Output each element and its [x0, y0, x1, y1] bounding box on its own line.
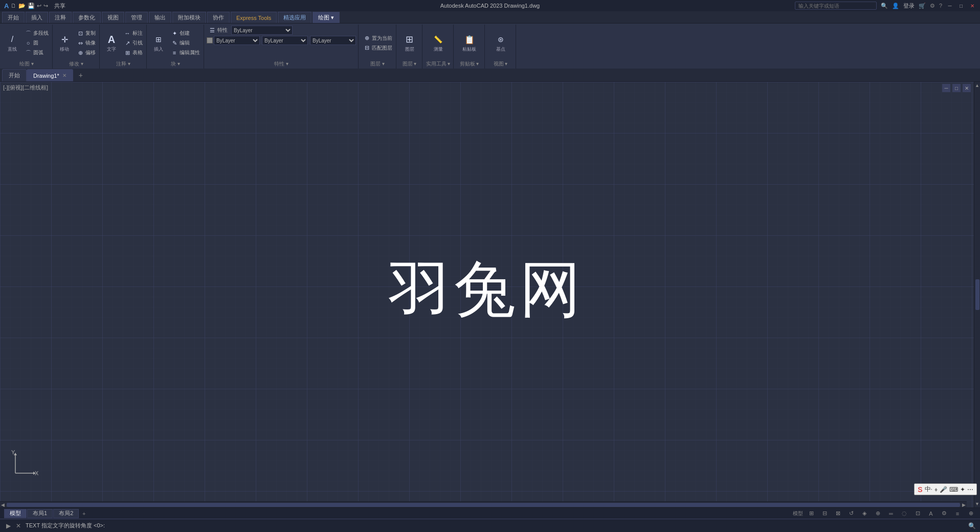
- btn-copy[interactable]: ⊡ 复制: [75, 29, 97, 38]
- open-icon[interactable]: 📂: [18, 3, 26, 9]
- btn-line[interactable]: / 直线: [3, 32, 21, 54]
- ortho-toggle[interactable]: ⊠: [833, 509, 843, 518]
- tab-view[interactable]: 视图: [102, 12, 124, 23]
- workspace-btn[interactable]: ⚙: [939, 509, 949, 518]
- cmd-search-icon[interactable]: 🔍: [968, 522, 976, 529]
- annotation-toggle[interactable]: A: [926, 509, 936, 518]
- tab-express[interactable]: Express Tools: [231, 12, 277, 23]
- help-icon[interactable]: ?: [939, 3, 942, 9]
- grid-toggle[interactable]: ⊞: [806, 509, 816, 518]
- tab-add-button[interactable]: +: [75, 70, 86, 81]
- osnap-toggle[interactable]: ◈: [859, 509, 870, 518]
- file-icon[interactable]: 🗋: [11, 3, 16, 9]
- color-select[interactable]: ByLayer: [214, 36, 260, 45]
- vscroll-down[interactable]: ▼: [975, 501, 979, 506]
- btn-table[interactable]: ⊞ 表格: [122, 48, 144, 57]
- snap-toggle[interactable]: ⊟: [819, 509, 830, 518]
- ime-mic[interactable]: 🎤: [940, 486, 947, 493]
- tab-layout1[interactable]: 布局1: [27, 509, 53, 518]
- zoom-in[interactable]: ⊕: [966, 509, 976, 518]
- btn-offset[interactable]: ⊕ 偏移: [75, 48, 97, 57]
- tab-output[interactable]: 输出: [149, 12, 171, 23]
- tab-start[interactable]: 开始: [2, 69, 27, 81]
- btn-circle[interactable]: ○ 圆: [23, 38, 50, 48]
- tab-featured[interactable]: 精选应用: [278, 12, 311, 23]
- tab-layout2[interactable]: 布局2: [53, 509, 79, 518]
- btn-edit-block[interactable]: ✎ 编辑: [169, 38, 202, 48]
- tab-insert[interactable]: 插入: [26, 12, 48, 23]
- btn-properties[interactable]: ☰ 特性: [207, 26, 229, 35]
- vscroll[interactable]: ▲ ▼: [974, 82, 980, 507]
- vp-close[interactable]: ✕: [963, 84, 971, 92]
- btn-move[interactable]: ✛ 移动: [55, 32, 74, 54]
- btn-paste[interactable]: 📋 粘贴板: [460, 32, 479, 54]
- ime-keyboard[interactable]: ⌨: [949, 486, 958, 493]
- minimize-button[interactable]: ─: [946, 2, 953, 9]
- btn-insert-block[interactable]: ⊞ 插入: [149, 32, 168, 54]
- hscroll[interactable]: ◀ ▶: [0, 501, 967, 507]
- polar-toggle[interactable]: ↺: [846, 509, 856, 518]
- select-toggle[interactable]: ⊡: [912, 509, 923, 518]
- tab-manage[interactable]: 管理: [125, 12, 148, 23]
- tab-drawing1[interactable]: Drawing1* ✕: [27, 69, 73, 81]
- lineweight-toggle[interactable]: ═: [886, 509, 896, 518]
- btn-arc[interactable]: ⌒ 圆弧: [23, 48, 50, 57]
- btn-mirror[interactable]: ⇔ 镜像: [75, 38, 97, 48]
- tab-home[interactable]: 开始: [2, 12, 25, 23]
- cart-icon[interactable]: 🛒: [919, 3, 926, 9]
- ime-more[interactable]: ⋯: [967, 486, 973, 493]
- ime-settings[interactable]: ✦: [960, 486, 965, 493]
- hscroll-thumb[interactable]: [7, 503, 960, 507]
- ime-logo[interactable]: S: [918, 485, 922, 494]
- tab-addmodule[interactable]: 附加模块: [172, 12, 206, 23]
- tab-annotate[interactable]: 注释: [49, 12, 72, 23]
- lineweight-select[interactable]: ByLayer: [310, 36, 356, 45]
- close-button[interactable]: ✕: [969, 2, 976, 9]
- tab-collaborate[interactable]: 协作: [207, 12, 230, 23]
- settings-icon[interactable]: ⚙: [930, 3, 935, 9]
- restore-button[interactable]: □: [957, 2, 965, 9]
- tab-drawing1-close[interactable]: ✕: [62, 73, 66, 78]
- btn-create-block[interactable]: ✦ 创建: [169, 29, 202, 38]
- tab-model[interactable]: 模型: [4, 509, 27, 518]
- btn-block-attr[interactable]: ≡ 编辑属性: [169, 48, 202, 57]
- cmd-arrow-icon[interactable]: ▶: [4, 522, 12, 529]
- tab-draw[interactable]: 绘图 ▾: [313, 12, 340, 23]
- btn-layer-match[interactable]: ⊟ 匹配图层: [361, 43, 394, 53]
- linetype-select[interactable]: ByLayer: [262, 36, 308, 45]
- btn-layer-panel[interactable]: ⊞ 图层: [400, 32, 419, 54]
- login-button[interactable]: 登录: [903, 2, 915, 10]
- viewport[interactable]: [-][俯视][二维线框] ─ □ ✕ 羽兔网 X Y ◀ ▶: [0, 82, 974, 507]
- btn-text[interactable]: A 文字: [102, 32, 121, 54]
- search-icon[interactable]: 🔍: [881, 3, 888, 9]
- tab-add-layout[interactable]: +: [79, 509, 88, 518]
- vscroll-thumb[interactable]: [975, 279, 979, 310]
- otrack-toggle[interactable]: ⊕: [873, 509, 883, 518]
- btn-measure[interactable]: 📏 测量: [429, 32, 448, 54]
- save-icon[interactable]: 💾: [28, 3, 35, 9]
- btn-leader[interactable]: ↗ 引线: [122, 38, 144, 48]
- share-button[interactable]: 共享: [54, 2, 65, 10]
- tab-parametric[interactable]: 参数化: [73, 12, 101, 23]
- ui-toggle[interactable]: ≡: [952, 509, 963, 518]
- undo-icon[interactable]: ↩: [37, 3, 41, 9]
- btn-match-prop[interactable]: ⊕ 置为当前: [361, 34, 394, 43]
- ime-dot[interactable]: ♦: [934, 486, 938, 493]
- cmd-input[interactable]: [108, 523, 965, 529]
- app-logo[interactable]: A: [4, 2, 9, 10]
- transparency-toggle[interactable]: ◌: [899, 509, 909, 518]
- btn-polyline[interactable]: ⌒ 多段线: [23, 29, 50, 38]
- user-icon[interactable]: 👤: [892, 3, 899, 9]
- vp-minimize[interactable]: ─: [942, 84, 950, 92]
- hscroll-right[interactable]: ▶: [962, 502, 966, 507]
- hscroll-left[interactable]: ◀: [1, 502, 5, 507]
- btn-base[interactable]: ⊛ 基点: [492, 32, 510, 54]
- btn-dimension[interactable]: ↔ 标注: [122, 29, 144, 38]
- cmd-cancel-icon[interactable]: ✕: [14, 522, 23, 529]
- layer-select[interactable]: ByLayer: [231, 26, 293, 35]
- redo-icon[interactable]: ↪: [43, 3, 48, 9]
- title-search-input[interactable]: [795, 2, 877, 10]
- ime-chinese[interactable]: 中·: [925, 485, 932, 494]
- vscroll-up[interactable]: ▲: [975, 83, 979, 88]
- vp-restore[interactable]: □: [952, 84, 961, 92]
